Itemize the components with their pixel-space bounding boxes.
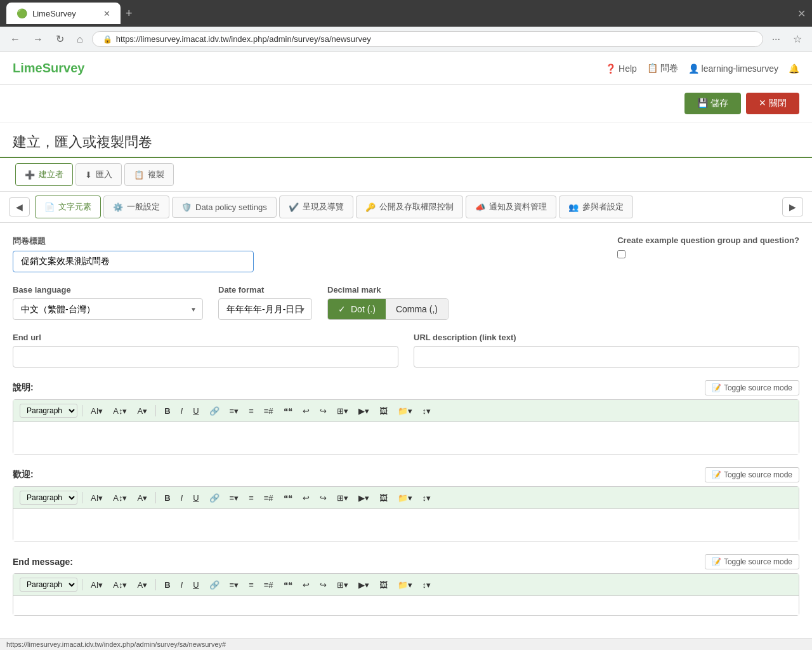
welcome-toolbar-list[interactable]: ≡ — [245, 491, 258, 505]
end-msg-toolbar-media[interactable]: ▶▾ — [355, 578, 373, 592]
end-msg-toolbar-redo[interactable]: ↪ — [316, 578, 331, 592]
bookmark-button[interactable]: ☆ — [789, 30, 806, 48]
decimal-dot-option[interactable]: ✓ Dot (.) — [328, 299, 386, 319]
settings-tab-notification[interactable]: 📣 通知及資料管理 — [466, 196, 556, 218]
description-content[interactable] — [13, 422, 799, 454]
end-url-input[interactable] — [13, 346, 398, 368]
end-msg-toolbar-file[interactable]: 📁▾ — [394, 578, 416, 592]
toolbar-file-btn[interactable]: 📁▾ — [394, 404, 416, 418]
settings-tab-participant[interactable]: 👥 參與者設定 — [559, 196, 633, 218]
welcome-toolbar-undo[interactable]: ↩ — [299, 491, 313, 505]
welcome-paragraph-select[interactable]: Paragraph — [20, 491, 77, 505]
end-msg-toolbar-image[interactable]: 🖼 — [376, 578, 391, 592]
close-window-button[interactable]: ✕ — [797, 8, 806, 20]
toolbar-list-btn[interactable]: ≡ — [245, 404, 258, 418]
date-format-select[interactable]: 年年年年-月月-日日 DD-MM-YYYY MM/DD/YYYY — [218, 298, 312, 320]
toolbar-undo-btn[interactable]: ↩ — [299, 404, 313, 418]
welcome-toolbar-link[interactable]: 🔗 — [206, 491, 223, 505]
toolbar-ordered-list-btn[interactable]: ≡# — [260, 404, 277, 418]
settings-tab-general[interactable]: ⚙️ 一般設定 — [103, 196, 169, 218]
welcome-toolbar-font-color[interactable]: A▾ — [133, 491, 151, 505]
address-bar[interactable]: 🔒 https://limesurvey.imacat.idv.tw/index… — [92, 31, 763, 47]
welcome-toolbar-file[interactable]: 📁▾ — [394, 491, 416, 505]
welcome-toolbar-quote[interactable]: ❝❝ — [280, 491, 296, 505]
settings-nav-prev[interactable]: ◀ — [9, 197, 30, 216]
settings-tab-access[interactable]: 🔑 公開及存取權限控制 — [356, 196, 463, 218]
welcome-toolbar-redo[interactable]: ↪ — [316, 491, 331, 505]
welcome-toolbar-font-size[interactable]: A↕▾ — [109, 491, 131, 505]
end-message-toggle-source[interactable]: 📝 Toggle source mode — [705, 554, 799, 569]
tab-close-button[interactable]: ✕ — [103, 9, 110, 18]
survey-menu-button[interactable]: 📋 問卷 — [647, 63, 678, 74]
settings-tab-presentation[interactable]: ✔️ 呈現及導覽 — [279, 196, 353, 218]
toolbar-italic-btn[interactable]: I — [177, 404, 187, 418]
toolbar-align-btn[interactable]: ≡▾ — [226, 404, 243, 418]
welcome-toolbar-table[interactable]: ⊞▾ — [333, 491, 352, 505]
user-menu-button[interactable]: 👤 learning-limesurvey — [688, 63, 778, 74]
end-msg-toolbar-font-color[interactable]: A▾ — [133, 578, 151, 592]
end-msg-toolbar-align[interactable]: ≡▾ — [226, 578, 243, 592]
refresh-button[interactable]: ↻ — [52, 30, 68, 48]
toolbar-quote-btn[interactable]: ❝❝ — [280, 404, 296, 418]
welcome-toolbar-media[interactable]: ▶▾ — [355, 491, 373, 505]
toolbar-image-btn[interactable]: 🖼 — [376, 404, 391, 418]
settings-tab-data-policy[interactable]: 🛡️ Data policy settings — [172, 197, 277, 218]
forward-button[interactable]: → — [29, 31, 47, 48]
welcome-toolbar-underline[interactable]: U — [189, 491, 202, 505]
toolbar-link-btn[interactable]: 🔗 — [206, 404, 223, 418]
toolbar-redo-btn[interactable]: ↪ — [316, 404, 331, 418]
end-msg-toolbar-underline[interactable]: U — [189, 578, 202, 592]
end-msg-toolbar-table[interactable]: ⊞▾ — [333, 578, 352, 592]
welcome-toolbar-special[interactable]: ↕▾ — [419, 491, 435, 505]
description-toggle-source[interactable]: 📝 Toggle source mode — [705, 380, 799, 395]
toolbar-font-size-btn[interactable]: A↕▾ — [109, 404, 131, 418]
end-msg-toolbar-italic[interactable]: I — [177, 578, 187, 592]
welcome-toolbar-bold[interactable]: B — [160, 491, 174, 505]
toolbar-bold-btn[interactable]: B — [160, 404, 174, 418]
create-example-checkbox[interactable] — [617, 250, 625, 258]
end-message-content[interactable] — [13, 596, 799, 615]
toolbar-special-btn[interactable]: ↕▾ — [419, 404, 435, 418]
toolbar-font-color-btn[interactable]: A▾ — [133, 404, 151, 418]
end-msg-toolbar-bold[interactable]: B — [160, 578, 174, 592]
browser-tab[interactable]: 🟢 LimeSurvey ✕ — [6, 3, 121, 24]
paragraph-select[interactable]: Paragraph — [20, 404, 77, 418]
end-msg-toolbar-olist[interactable]: ≡# — [260, 578, 277, 592]
help-button[interactable]: ❓ Help — [605, 63, 637, 74]
url-description-input[interactable] — [414, 346, 799, 368]
welcome-toggle-source[interactable]: 📝 Toggle source mode — [705, 467, 799, 482]
end-msg-toolbar-ai[interactable]: AI▾ — [87, 578, 107, 592]
base-language-select[interactable]: 中文（繁體-台灣） English — [13, 298, 203, 320]
notification-button[interactable]: 🔔 — [789, 63, 799, 74]
welcome-toolbar-align[interactable]: ≡▾ — [226, 491, 243, 505]
new-tab-button[interactable]: + — [126, 7, 133, 20]
end-msg-toolbar-special[interactable]: ↕▾ — [419, 578, 435, 592]
settings-nav-next[interactable]: ▶ — [782, 197, 803, 216]
more-options-button[interactable]: ··· — [768, 31, 784, 48]
tab-create[interactable]: ➕ 建立者 — [15, 163, 73, 186]
welcome-toolbar-ai[interactable]: AI▾ — [87, 491, 107, 505]
welcome-content[interactable] — [13, 509, 799, 541]
settings-tab-text[interactable]: 📄 文字元素 — [35, 196, 101, 218]
welcome-toolbar-italic[interactable]: I — [177, 491, 187, 505]
end-msg-toolbar-font-size[interactable]: A↕▾ — [109, 578, 131, 592]
toolbar-ai-btn[interactable]: AI▾ — [87, 404, 107, 418]
welcome-toolbar-olist[interactable]: ≡# — [260, 491, 277, 505]
close-button[interactable]: ✕ 關閉 — [746, 93, 799, 114]
home-button[interactable]: ⌂ — [73, 31, 87, 48]
back-button[interactable]: ← — [6, 31, 24, 48]
end-msg-toolbar-undo[interactable]: ↩ — [299, 578, 313, 592]
toolbar-underline-btn[interactable]: U — [189, 404, 202, 418]
end-msg-toolbar-link[interactable]: 🔗 — [206, 578, 223, 592]
tab-copy[interactable]: 📋 複製 — [124, 163, 174, 186]
welcome-toolbar-image[interactable]: 🖼 — [376, 491, 391, 505]
tab-import[interactable]: ⬇ 匯入 — [75, 163, 122, 186]
end-msg-toolbar-quote[interactable]: ❝❝ — [280, 578, 296, 592]
toolbar-media-btn[interactable]: ▶▾ — [355, 404, 373, 418]
survey-title-input[interactable] — [13, 251, 254, 272]
end-msg-toolbar-list[interactable]: ≡ — [245, 578, 258, 592]
toolbar-table-btn[interactable]: ⊞▾ — [333, 404, 352, 418]
end-message-paragraph-select[interactable]: Paragraph — [20, 578, 77, 592]
decimal-comma-option[interactable]: Comma (,) — [386, 299, 448, 319]
save-button[interactable]: 💾 儲存 — [684, 93, 741, 114]
